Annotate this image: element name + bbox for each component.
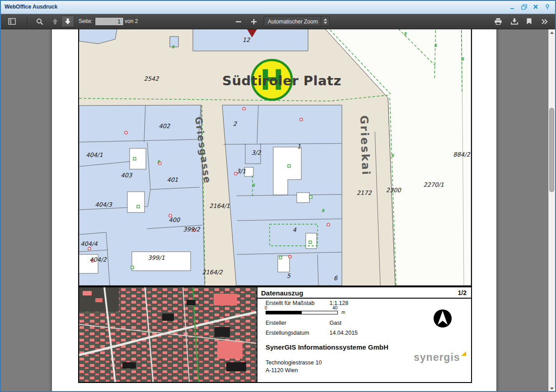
- print-icon: [495, 18, 502, 25]
- gas-valve-symbol: S: [434, 43, 437, 48]
- search-button[interactable]: [33, 16, 46, 27]
- pin-icon: [544, 4, 551, 10]
- parcel-label: 400: [169, 217, 181, 223]
- page-number-input[interactable]: [95, 17, 124, 26]
- map-footer: Datenauszug 1/2 Erstellt für Maßstab 1:1…: [78, 286, 472, 383]
- scrollbar-thumb[interactable]: [549, 108, 554, 192]
- close-icon: [533, 4, 539, 10]
- parcel-label: 402: [159, 123, 171, 129]
- north-arrow: [433, 309, 453, 330]
- date-row: Erstellungsdatum 14.04.2015: [266, 330, 358, 336]
- parcel-label: 4: [293, 226, 297, 233]
- gas-valve-symbol: S: [404, 32, 407, 36]
- app-window: WebOffice Ausdruck: [0, 0, 556, 392]
- parcel-label: 884/2: [453, 151, 470, 158]
- window-controls: [507, 2, 552, 11]
- parcel-label: 2542: [144, 75, 159, 82]
- titlebar: WebOffice Ausdruck: [1, 1, 555, 14]
- parcel-label: 2164/1: [209, 203, 230, 209]
- bookmark-icon: [526, 18, 532, 25]
- toggle-sidebar-button[interactable]: [5, 16, 18, 27]
- parcel-label: 3/2: [252, 149, 262, 156]
- cadastral-map-svg: S S S S S S S S: [79, 29, 471, 286]
- north-arrow-icon: [433, 309, 453, 328]
- parcel-label: 3/1: [237, 168, 246, 175]
- scroll-down-button[interactable]: [549, 385, 555, 392]
- download-icon: [511, 18, 518, 25]
- parcel-label: 2270/1: [423, 181, 444, 188]
- arrow-up-icon: [51, 18, 59, 25]
- next-page-button[interactable]: [61, 16, 74, 27]
- parcel-label: 401: [167, 176, 178, 183]
- print-button[interactable]: [492, 16, 505, 27]
- synergis-logo: synergis: [414, 351, 460, 364]
- bookmark-button[interactable]: [523, 16, 535, 27]
- gas-valve-symbol: S: [172, 45, 175, 49]
- zoom-select-value: Automatischer Zoom: [268, 18, 318, 25]
- company-address-line1: Technologiestrasse 10: [266, 360, 322, 366]
- company-address-line2: A-1120 Wien: [266, 367, 298, 374]
- parcel-label: 404/2: [89, 256, 107, 263]
- parcel-label: 5: [287, 272, 291, 279]
- parcel-label: 399/2: [183, 226, 200, 233]
- scalebar-unit: m: [341, 310, 345, 315]
- previous-page-button[interactable]: [49, 16, 61, 27]
- more-tools-button[interactable]: [538, 16, 551, 27]
- parcel-label: 403: [121, 172, 133, 179]
- overview-map-svg: [79, 287, 257, 382]
- parcel-label: 2: [233, 120, 237, 127]
- minimize-icon: [509, 4, 515, 10]
- creator-label: Ersteller: [266, 320, 328, 326]
- creator-row: Ersteller Gast: [266, 320, 341, 326]
- zoom-select[interactable]: Automatischer Zoom: [264, 16, 330, 26]
- scalebar-forty: 40: [332, 305, 337, 310]
- plus-icon: [251, 18, 257, 25]
- street-name-grieskai: Grieskai: [358, 115, 373, 176]
- gas-valve-symbol: S: [391, 153, 394, 158]
- zoom-in-button[interactable]: [248, 16, 260, 27]
- toolbar-separator: [27, 16, 28, 27]
- arrow-down-icon: [64, 18, 71, 25]
- parcel-label: 399/1: [148, 254, 164, 261]
- info-box-title: Datenauszug: [261, 289, 303, 297]
- overview-map: [79, 287, 257, 382]
- download-button[interactable]: [508, 16, 521, 27]
- parcel-label: 12: [243, 37, 250, 43]
- pdf-page: S S S S S S S S: [52, 29, 496, 392]
- viewer: S S S S S S S S: [1, 29, 555, 392]
- close-button[interactable]: [531, 2, 541, 11]
- synergis-logo-text: synergis: [414, 351, 460, 363]
- pin-button[interactable]: [542, 2, 552, 11]
- date-value: 14.04.2015: [329, 330, 358, 336]
- minimize-button[interactable]: [507, 2, 517, 11]
- info-box-header: Datenauszug 1/2: [257, 287, 471, 299]
- info-box-page-indicator: 1/2: [458, 289, 467, 296]
- search-icon: [36, 18, 43, 25]
- place-label: Südtiroler Platz: [222, 73, 341, 88]
- parcel-label: 404/4: [80, 240, 98, 247]
- restore-icon: [521, 4, 528, 10]
- info-box: Datenauszug 1/2 Erstellt für Maßstab 1:1…: [257, 287, 471, 382]
- date-label: Erstellungsdatum: [266, 330, 328, 336]
- company-name: SynerGIS Informationssysteme GmbH: [266, 343, 388, 351]
- scroll-up-button[interactable]: [549, 29, 555, 36]
- creator-value: Gast: [329, 320, 341, 326]
- page-total-label: von 2: [125, 14, 138, 29]
- gas-valve-symbol: S: [252, 183, 255, 188]
- page-label: Seite:: [79, 14, 93, 29]
- dropdown-arrows-icon: [321, 17, 329, 26]
- scalebar-zero: 0: [265, 305, 267, 310]
- parcel-label: 2164/2: [202, 269, 223, 276]
- window-title: WebOffice Ausdruck: [5, 4, 57, 10]
- pdf-toolbar: Seite: von 2 Automatischer Zoom: [1, 14, 555, 29]
- sidebar-icon: [8, 18, 16, 25]
- vertical-scrollbar[interactable]: [548, 29, 555, 392]
- parcel-label: 404/3: [95, 201, 112, 208]
- gas-valve-symbol: S: [322, 208, 325, 213]
- minus-icon: [235, 18, 242, 25]
- double-chevron-right-icon: [541, 18, 548, 25]
- zoom-out-button[interactable]: [232, 16, 245, 27]
- cadastral-map: S S S S S S S S: [78, 29, 472, 286]
- restore-button[interactable]: [519, 2, 529, 11]
- gas-valve-symbol: S: [461, 57, 464, 61]
